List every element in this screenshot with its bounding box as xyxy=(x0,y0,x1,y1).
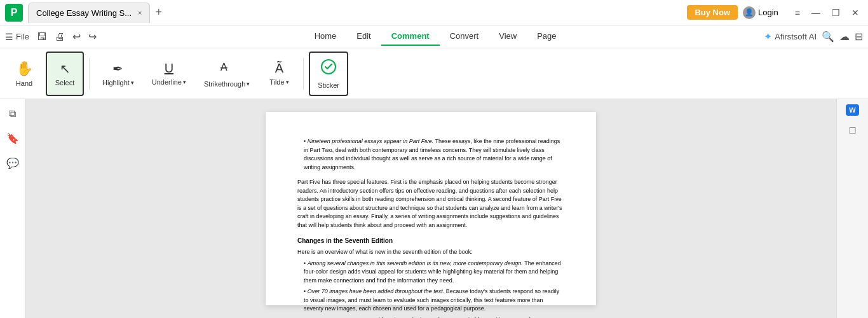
menu-left: ☰ File 🖫 🖨 ↩ ↪ xyxy=(5,29,99,44)
sticker-tool-button[interactable]: Sticker xyxy=(309,52,348,96)
menu-tabs: Home Edit Comment Convert View Page xyxy=(107,27,764,46)
svg-text:A: A xyxy=(220,62,227,73)
highlight-tool-button[interactable]: ✒ Highlight ▾ xyxy=(95,52,142,96)
title-bar: P College Essay Writing S... × + Buy Now… xyxy=(0,0,868,25)
thumbnail-icon[interactable]: ⧉ xyxy=(5,104,20,123)
main-layout: ⧉ 🔖 💬 • Nineteen professional essays app… xyxy=(0,99,868,318)
close-button[interactable]: ✕ xyxy=(848,6,863,19)
highlight-dropdown-icon: ▾ xyxy=(131,80,134,86)
toolbar-separator-1 xyxy=(89,58,90,90)
comment-sidebar-icon[interactable]: 💬 xyxy=(3,153,23,173)
underline-tool-button[interactable]: U Underline ▾ xyxy=(144,52,194,96)
layout-icon[interactable]: ⊟ xyxy=(855,31,863,43)
toolbar-separator-2 xyxy=(303,58,304,90)
doc-check-1: ✔ Every part now opens with an image (or… xyxy=(310,316,564,319)
tilde-dropdown-icon: ▾ xyxy=(286,79,289,85)
sticker-label: Sticker xyxy=(318,81,339,89)
document-tab[interactable]: College Essay Writing S... × xyxy=(28,3,150,23)
title-bar-controls: Buy Now 👤 Login ≡ — ❐ ✕ xyxy=(687,5,863,20)
maximize-button[interactable]: ❐ xyxy=(828,6,844,19)
buy-now-button[interactable]: Buy Now xyxy=(687,5,738,20)
hand-tool-button[interactable]: ✋ Hand xyxy=(5,52,43,96)
content-area: • Nineteen professional essays appear in… xyxy=(25,99,836,318)
select-icon: ↖ xyxy=(60,61,71,76)
doc-paragraph-2: Here is an overview of what is new in th… xyxy=(297,248,564,257)
doc-heading-seventh: Changes in the Seventh Edition xyxy=(297,236,564,245)
tab-title: College Essay Writing S... xyxy=(36,8,132,18)
tab-page[interactable]: Page xyxy=(527,27,566,46)
doc-section-part-five: Part Five has three special features. Fi… xyxy=(297,178,564,230)
sticker-icon xyxy=(320,58,337,79)
print-button[interactable]: 🖨 xyxy=(52,30,67,44)
hand-label: Hand xyxy=(16,80,32,87)
strikethrough-label: Strikethrough xyxy=(204,80,245,88)
afirstsoft-ai-button[interactable]: ✦ Afirstsoft AI xyxy=(764,31,817,43)
document-page: • Nineteen professional essays appear in… xyxy=(266,112,596,305)
login-label: Login xyxy=(758,8,778,17)
menu-button[interactable]: ≡ xyxy=(791,6,804,19)
underline-icon: U xyxy=(165,61,173,76)
new-tab-button[interactable]: + xyxy=(150,6,167,19)
highlight-label: Highlight xyxy=(102,79,130,86)
tilde-icon: Ã xyxy=(275,61,283,76)
menu-bar: ☰ File 🖫 🖨 ↩ ↪ Home Edit Comment Convert… xyxy=(0,25,868,48)
redo-button[interactable]: ↪ xyxy=(86,29,99,44)
ai-star-icon: ✦ xyxy=(764,31,772,43)
file-label[interactable]: File xyxy=(16,32,29,41)
menu-right: ✦ Afirstsoft AI 🔍 ☁ ⊟ xyxy=(764,31,863,43)
select-label: Select xyxy=(55,79,75,86)
hamburger-icon[interactable]: ☰ xyxy=(5,32,13,42)
minimize-button[interactable]: — xyxy=(808,6,824,19)
underline-dropdown-icon: ▾ xyxy=(183,79,186,85)
strikethrough-tool-button[interactable]: A Strikethrough ▾ xyxy=(196,52,257,96)
tab-area: College Essay Writing S... × + xyxy=(28,3,687,23)
highlight-icon: ✒ xyxy=(112,61,123,76)
strikethrough-icon: A xyxy=(219,59,234,78)
underline-label: Underline xyxy=(152,78,182,86)
toolbar: ✋ Hand ↖ Select ✒ Highlight ▾ U Underlin… xyxy=(0,48,868,99)
doc-section-seventh: Here is an overview of what is new in th… xyxy=(297,248,564,318)
hand-icon: ✋ xyxy=(16,60,33,77)
tab-view[interactable]: View xyxy=(489,27,527,46)
tilde-tool-button[interactable]: Ã Tilde ▾ xyxy=(260,52,298,96)
tilde-label: Tilde xyxy=(269,78,284,86)
window-controls: ≡ — ❐ ✕ xyxy=(791,6,863,19)
cloud-icon[interactable]: ☁ xyxy=(839,31,850,43)
doc-bullet-1: • Nineteen professional essays appear in… xyxy=(304,137,564,172)
app-logo: P xyxy=(5,4,23,22)
select-tool-button[interactable]: ↖ Select xyxy=(46,52,84,96)
right-panel-icon[interactable]: □ xyxy=(846,121,860,140)
doc-paragraph-1: Part Five has three special features. Fi… xyxy=(297,178,564,230)
user-icon: 👤 xyxy=(743,6,756,19)
tab-edit[interactable]: Edit xyxy=(346,27,381,46)
word-badge[interactable]: W xyxy=(846,104,858,116)
left-sidebar: ⧉ 🔖 💬 xyxy=(0,99,25,318)
right-sidebar: W □ xyxy=(836,99,868,318)
tab-home[interactable]: Home xyxy=(304,27,347,46)
undo-button[interactable]: ↩ xyxy=(70,29,83,44)
save-button[interactable]: 🖫 xyxy=(34,30,50,44)
search-button[interactable]: 🔍 xyxy=(822,31,834,43)
login-area[interactable]: 👤 Login xyxy=(743,6,778,19)
doc-section-intro-bullets: • Nineteen professional essays appear in… xyxy=(297,137,564,172)
bookmark-icon[interactable]: 🔖 xyxy=(3,128,23,148)
afirstsoft-label: Afirstsoft AI xyxy=(775,32,817,41)
doc-bullet-images: • Over 70 images have been added through… xyxy=(304,287,564,314)
tab-comment[interactable]: Comment xyxy=(381,27,440,46)
doc-bullet-design: • Among several changes in this seventh … xyxy=(304,259,564,286)
tab-convert[interactable]: Convert xyxy=(440,27,489,46)
strikethrough-dropdown-icon: ▾ xyxy=(247,81,250,87)
tab-close-button[interactable]: × xyxy=(138,9,142,17)
